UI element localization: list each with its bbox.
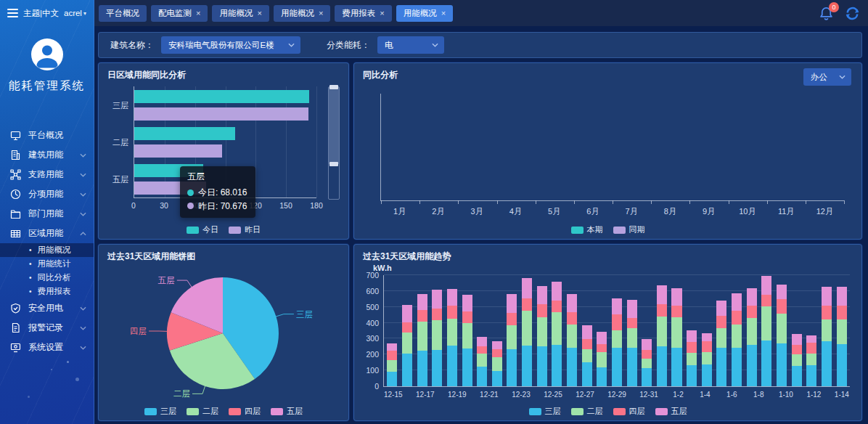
axis-tick bbox=[497, 200, 498, 204]
bar-stack-1-4[interactable] bbox=[687, 275, 697, 386]
sidebar-item-系统设置[interactable]: 系统设置 bbox=[0, 338, 94, 357]
sidebar-item-平台概况[interactable]: 平台概况 bbox=[0, 126, 94, 145]
sidebar-subitem-用能概况[interactable]: •用能概况 bbox=[0, 243, 94, 257]
segment-四层 bbox=[671, 306, 681, 317]
tab-close-icon[interactable]: × bbox=[196, 9, 200, 17]
bar-stack-12-18[interactable] bbox=[432, 275, 442, 386]
datazoom-selection[interactable] bbox=[329, 87, 339, 164]
bar-昨日[interactable] bbox=[134, 144, 222, 158]
bar-stack-12-23[interactable] bbox=[507, 275, 517, 386]
bar-stack-1-1[interactable] bbox=[642, 275, 652, 386]
sidebar-subitem-费用报表[interactable]: •费用报表 bbox=[0, 285, 94, 298]
bar-stack-12-31[interactable] bbox=[627, 275, 637, 386]
bar-stack-1-9[interactable] bbox=[761, 275, 771, 386]
bar-stack-12-21[interactable] bbox=[477, 275, 487, 386]
energy-select[interactable]: 电 bbox=[377, 36, 444, 54]
tab-5[interactable]: 费用报表× bbox=[335, 5, 391, 22]
sidebar-subitem-用能统计[interactable]: •用能统计 bbox=[0, 257, 94, 271]
segment-二层 bbox=[447, 319, 457, 346]
yoy-type-select[interactable]: 办公 bbox=[803, 68, 851, 86]
segment-四层 bbox=[597, 344, 607, 352]
sidebar-item-建筑用能[interactable]: 建筑用能 bbox=[0, 145, 94, 165]
sidebar-item-报警记录[interactable]: 报警记录 bbox=[0, 318, 94, 338]
theme-language-label[interactable]: 主题|中文 bbox=[23, 8, 59, 19]
pie-chart[interactable]: 三层二层四层五层 bbox=[99, 259, 350, 401]
bar-stack-12-29[interactable] bbox=[597, 275, 607, 386]
tab-4[interactable]: 用能概况× bbox=[274, 5, 330, 22]
trend-bars bbox=[384, 275, 850, 386]
bar-stack-1-7[interactable] bbox=[732, 275, 742, 386]
legend-item-二层[interactable]: 二层 bbox=[571, 406, 603, 417]
user-menu[interactable]: acrel ▾ bbox=[64, 9, 86, 17]
bar-stack-1-11[interactable] bbox=[792, 275, 802, 386]
tab-1[interactable]: 平台概况 bbox=[99, 5, 147, 22]
bar-stack-12-28[interactable] bbox=[582, 275, 592, 386]
bar-stack-12-27[interactable] bbox=[567, 275, 577, 386]
sidebar-item-分项用能[interactable]: 分项用能 bbox=[0, 184, 94, 204]
bar-stack-12-22[interactable] bbox=[492, 275, 502, 386]
tab-close-icon[interactable]: × bbox=[380, 9, 384, 17]
bar-stack-12-16[interactable] bbox=[402, 275, 412, 386]
sidebar-subitem-同比分析[interactable]: •同比分析 bbox=[0, 271, 94, 285]
bar-stack-1-14[interactable] bbox=[837, 275, 847, 386]
submenu-label: 同比分析 bbox=[38, 272, 71, 283]
legend-item-今日[interactable]: 今日 bbox=[187, 224, 218, 235]
datazoom-handle-top[interactable] bbox=[329, 85, 338, 89]
bar-stack-1-10[interactable] bbox=[777, 275, 787, 386]
bar-stack-12-30[interactable] bbox=[612, 275, 622, 386]
legend-item-本期[interactable]: 本期 bbox=[571, 224, 603, 235]
legend-item-二层[interactable]: 二层 bbox=[187, 406, 218, 417]
tab-close-icon[interactable]: × bbox=[319, 9, 323, 17]
sidebar-item-支路用能[interactable]: 支路用能 bbox=[0, 165, 94, 184]
legend-item-昨日[interactable]: 昨日 bbox=[229, 224, 261, 235]
yoy-legend: 本期同期 bbox=[354, 224, 861, 235]
bar-stack-12-19[interactable] bbox=[447, 275, 457, 386]
bar-stack-1-8[interactable] bbox=[747, 275, 757, 386]
legend-item-三层[interactable]: 三层 bbox=[144, 406, 176, 417]
sidebar: 主题|中文 acrel ▾ 能耗管理系统 平台概况建筑用能支路用能分项用能部门用… bbox=[0, 0, 94, 424]
segment-四层 bbox=[642, 350, 652, 359]
tab-3[interactable]: 用能概况× bbox=[212, 5, 269, 22]
segment-四层 bbox=[477, 346, 487, 354]
bar-stack-12-24[interactable] bbox=[522, 275, 532, 386]
bar-stack-12-25[interactable] bbox=[537, 275, 547, 386]
legend-item-五层[interactable]: 五层 bbox=[271, 406, 303, 417]
sidebar-item-安全用电[interactable]: 安全用电 bbox=[0, 298, 94, 318]
tab-close-icon[interactable]: × bbox=[441, 9, 446, 17]
bar-stack-1-2[interactable] bbox=[657, 275, 667, 386]
legend-item-四层[interactable]: 四层 bbox=[613, 406, 645, 417]
series-dot bbox=[187, 203, 194, 209]
bar-stack-1-5[interactable] bbox=[702, 275, 712, 386]
notification-bell-icon[interactable]: 0 bbox=[819, 6, 834, 21]
bar-stack-12-26[interactable] bbox=[552, 275, 562, 386]
datazoom-handle-bottom[interactable] bbox=[329, 162, 338, 166]
sidebar-item-label: 平台概况 bbox=[28, 129, 86, 142]
bar-stack-12-15[interactable] bbox=[387, 275, 397, 386]
bar-今日[interactable] bbox=[134, 90, 309, 103]
tab-2[interactable]: 配电监测× bbox=[151, 5, 208, 22]
building-select[interactable]: 安科瑞电气股份有限公司E楼 bbox=[161, 36, 300, 54]
datazoom-slider[interactable] bbox=[328, 86, 340, 200]
hamburger-menu-icon[interactable] bbox=[7, 9, 18, 17]
bar-stack-1-12[interactable] bbox=[806, 275, 816, 386]
legend-item-三层[interactable]: 三层 bbox=[529, 406, 561, 417]
legend-item-同期[interactable]: 同期 bbox=[613, 224, 645, 235]
tab-6[interactable]: 用能概况× bbox=[396, 5, 453, 22]
sidebar-item-部门用能[interactable]: 部门用能 bbox=[0, 204, 94, 224]
sidebar-item-区域用能[interactable]: 区域用能 bbox=[0, 224, 94, 243]
legend-item-四层[interactable]: 四层 bbox=[229, 406, 261, 417]
legend-item-五层[interactable]: 五层 bbox=[655, 406, 687, 417]
bar-昨日[interactable] bbox=[134, 107, 308, 121]
refresh-icon[interactable] bbox=[844, 5, 861, 22]
segment-四层 bbox=[657, 304, 667, 317]
bar-今日[interactable] bbox=[134, 127, 235, 140]
segment-二层 bbox=[702, 352, 712, 364]
bar-stack-1-3[interactable] bbox=[671, 275, 681, 386]
bar-stack-12-17[interactable] bbox=[417, 275, 427, 386]
bar-stack-1-13[interactable] bbox=[822, 275, 832, 386]
bar-stack-1-6[interactable] bbox=[716, 275, 726, 386]
axis-tick-label: 100 bbox=[366, 366, 379, 375]
legend-swatch bbox=[144, 408, 157, 415]
tab-close-icon[interactable]: × bbox=[257, 9, 261, 17]
bar-stack-12-20[interactable] bbox=[462, 275, 472, 386]
